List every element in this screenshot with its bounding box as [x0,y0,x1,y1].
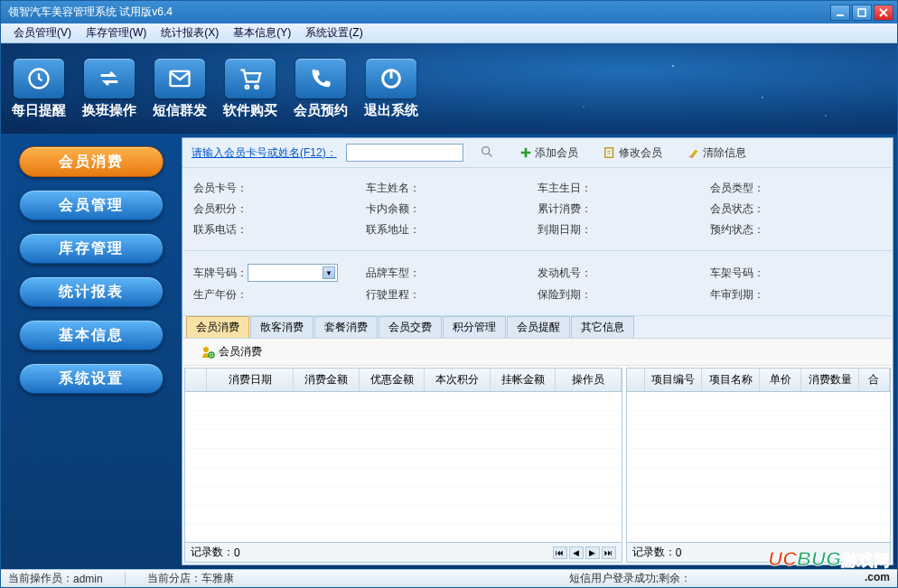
chevron-down-icon: ▼ [323,266,335,279]
toolbar: 每日提醒 换班操作 短信群发 软件购买 会员预约 退出系统 [1,43,897,134]
tab-heading: 会员消费 [182,339,893,366]
item-grid-body[interactable] [627,392,890,542]
prev-page-button[interactable]: ◀ [569,546,584,559]
last-page-button[interactable]: ⏭ [602,546,616,559]
plate-combo[interactable]: ▼ [248,264,338,282]
tab-member-remind[interactable]: 会员提醒 [507,316,570,338]
col-date[interactable]: 消费日期 [207,369,294,391]
col-points[interactable]: 本次积分 [425,369,491,391]
tab-member-consume[interactable]: 会员消费 [186,316,249,338]
menu-basic[interactable]: 基本信息(Y) [226,23,298,42]
svg-rect-1 [858,9,865,16]
search-input[interactable] [346,144,463,162]
col-operator[interactable]: 操作员 [556,369,622,391]
col-discount[interactable]: 优惠金额 [360,369,426,391]
field-owner-bday: 车主生日： [538,181,592,196]
tab-package-consume[interactable]: 套餐消费 [314,316,378,338]
field-mileage: 行驶里程： [366,287,420,303]
status-separator [125,573,126,585]
record-label-left: 记录数： [191,545,234,560]
tool-exit[interactable]: 退出系统 [364,59,418,119]
main-panel: 请输入会员卡号或姓名(F12)： 添加会员 修改会员 清除信息 会员卡号： 车主… [182,137,893,565]
field-brand: 品牌车型： [366,266,420,281]
field-phone: 联系电话： [193,222,248,238]
minimize-button[interactable] [830,5,850,21]
search-icon[interactable] [480,145,494,162]
col-price[interactable]: 单价 [760,369,802,391]
field-total-spend: 累计消费： [538,201,592,217]
status-bar: 当前操作员： admin 当前分店： 车雅康 短信用户登录成功;剩余： [1,569,897,587]
field-plate: 车牌号码： [193,266,248,281]
tab-points-mgmt[interactable]: 积分管理 [443,316,506,338]
field-balance: 卡内余额： [366,201,420,217]
field-reserve: 预约状态： [710,222,764,238]
nav-report[interactable]: 统计报表 [19,276,164,307]
col-total[interactable]: 合 [859,369,890,391]
left-nav: 会员消费 会员管理 库存管理 统计报表 基本信息 系统设置 [1,134,182,569]
svg-rect-13 [688,156,692,158]
consume-grid: 消费日期 消费金额 优惠金额 本次积分 挂帐金额 操作员 记录数： 0 ⏮ ◀ [184,368,622,563]
clock-icon [14,59,64,98]
edit-member-button[interactable]: 修改会员 [603,145,662,161]
power-icon [366,59,416,98]
titlebar: 领智汽车美容管理系统 试用版v6.4 [1,1,897,23]
field-insurance: 保险到期： [538,287,592,303]
maximize-button[interactable] [852,5,872,21]
menu-stock[interactable]: 库存管理(W) [79,23,154,42]
record-label-right: 记录数： [632,545,676,560]
tool-daily-reminder[interactable]: 每日提醒 [12,59,66,119]
field-engine: 发动机号： [538,266,592,281]
svg-point-7 [255,85,258,89]
svg-point-6 [246,85,249,89]
nav-member-mgmt[interactable]: 会员管理 [19,190,164,220]
tool-purchase[interactable]: 软件购买 [223,59,277,119]
col-selector[interactable] [185,369,207,391]
menu-settings[interactable]: 系统设置(Z) [298,23,369,42]
tool-sms[interactable]: 短信群发 [153,59,207,119]
field-inspection: 年审到期： [710,287,764,303]
field-points: 会员积分： [193,201,248,217]
field-expire: 到期日期： [538,222,592,238]
tab-other-info[interactable]: 其它信息 [571,316,634,338]
nav-settings[interactable]: 系统设置 [19,363,164,394]
nav-basic-info[interactable]: 基本信息 [19,320,164,350]
tool-reservation[interactable]: 会员预约 [294,59,348,119]
status-sms: 短信用户登录成功;剩余： [569,571,691,586]
svg-point-10 [482,146,489,154]
grid-nav-left: ⏮ ◀ ▶ ⏭ [553,546,616,559]
nav-stock-mgmt[interactable]: 库存管理 [19,233,164,264]
consume-grid-footer: 记录数： 0 ⏮ ◀ ▶ ⏭ [185,542,622,562]
next-page-button[interactable]: ▶ [585,546,600,559]
field-status: 会员状态： [710,201,764,217]
clear-info-button[interactable]: 清除信息 [688,145,746,161]
consume-grid-body[interactable] [185,392,622,542]
col-amount[interactable]: 消费金额 [294,369,360,391]
body: 会员消费 会员管理 库存管理 统计报表 基本信息 系统设置 请输入会员卡号或姓名… [1,134,897,569]
menu-report[interactable]: 统计报表(X) [154,23,226,42]
close-button[interactable] [874,5,893,21]
col-credit[interactable]: 挂帐金额 [491,369,557,391]
field-year: 生产年份： [193,287,248,303]
col-selector-r[interactable] [627,369,645,391]
status-operator: admin [73,573,103,585]
car-info-panel: 车牌号码：▼ 品牌车型： 发动机号： 车架号码： 生产年份： 行驶里程： 保险到… [182,251,893,316]
add-member-button[interactable]: 添加会员 [519,145,578,161]
tool-shift[interactable]: 换班操作 [82,59,136,119]
item-grid: 项目编号 项目名称 单价 消费数量 合 记录数： 0 [626,368,891,563]
tab-member-pay[interactable]: 会员交费 [379,316,442,338]
nav-consume[interactable]: 会员消费 [19,146,164,177]
swap-icon [84,59,135,98]
item-grid-footer: 记录数： 0 [627,542,890,562]
tab-guest-consume[interactable]: 散客消费 [250,316,313,338]
member-info-panel: 会员卡号： 车主姓名： 车主生日： 会员类型： 会员积分： 卡内余额： 累计消费… [182,168,893,251]
tab-content: 会员消费 消费日期 消费金额 优惠金额 本次积分 挂帐金额 操作员 [182,339,893,565]
menu-member[interactable]: 会员管理(V) [6,23,79,42]
field-vin: 车架号码： [710,266,764,281]
col-item-name[interactable]: 项目名称 [702,369,759,391]
person-icon [201,345,215,359]
search-bar: 请输入会员卡号或姓名(F12)： 添加会员 修改会员 清除信息 [182,138,893,168]
col-qty[interactable]: 消费数量 [801,369,858,391]
first-page-button[interactable]: ⏮ [553,546,567,559]
cart-icon [225,59,276,98]
col-item-no[interactable]: 项目编号 [645,369,702,391]
